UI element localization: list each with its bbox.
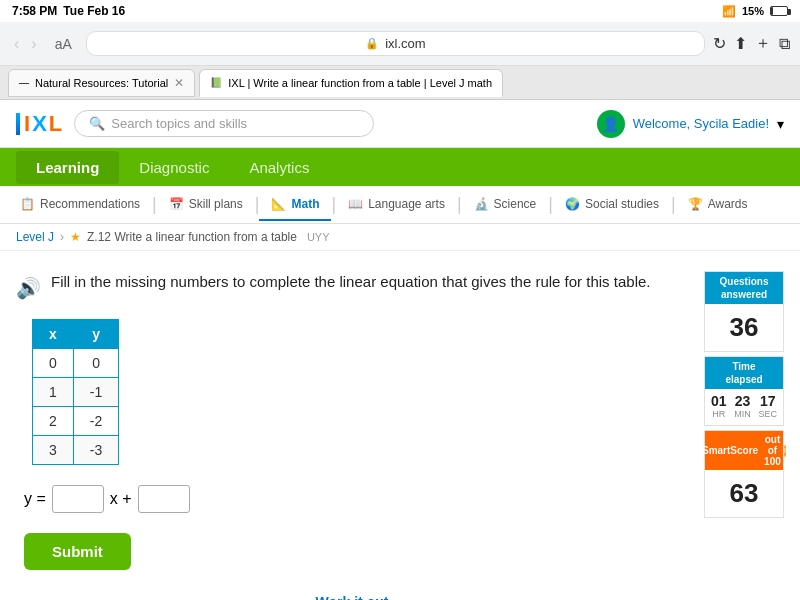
tab-natural-resources[interactable]: — Natural Resources: Tutorial ✕ (8, 69, 195, 97)
search-icon: 🔍 (89, 116, 105, 131)
reader-mode-button[interactable]: aA (49, 34, 78, 54)
smart-score-label: SmartScore out of 100 i (705, 431, 783, 470)
social-studies-icon: 🌍 (565, 197, 580, 211)
forward-button[interactable]: › (27, 33, 40, 55)
cell-x-1: 1 (33, 378, 74, 407)
equation-input-1[interactable] (52, 485, 104, 513)
status-bar: 7:58 PM Tue Feb 16 📶 15% (0, 0, 800, 22)
awards-icon: 🏆 (688, 197, 703, 211)
status-time: 7:58 PM (12, 4, 57, 18)
cell-y-0: 0 (73, 349, 118, 378)
recommendations-icon: 📋 (20, 197, 35, 211)
time-minutes: 23 MIN (734, 393, 751, 419)
green-nav: Learning Diagnostic Analytics (0, 148, 800, 186)
equation-input-2[interactable] (138, 485, 190, 513)
lock-icon: 🔒 (365, 37, 379, 50)
table-row: 3 -3 (33, 436, 119, 465)
new-tab-button[interactable]: ＋ (755, 33, 771, 54)
submit-button[interactable]: Submit (24, 533, 131, 570)
secondary-nav: 📋 Recommendations | 📅 Skill plans | 📐 Ma… (0, 186, 800, 224)
table-header-x: x (33, 320, 74, 349)
tab-favicon-1: — (19, 77, 29, 88)
sec-nav-science[interactable]: 🔬 Science (462, 189, 549, 221)
question-text: 🔊 Fill in the missing numbers to complet… (16, 271, 688, 303)
tab-label-1: Natural Resources: Tutorial (35, 77, 168, 89)
math-icon: 📐 (271, 197, 286, 211)
address-bar[interactable]: 🔒 ixl.com (86, 31, 705, 56)
user-greeting[interactable]: Welcome, Sycila Eadie! (633, 116, 769, 131)
search-placeholder: Search topics and skills (111, 116, 247, 131)
cell-y-1: -1 (73, 378, 118, 407)
table-row: 1 -1 (33, 378, 119, 407)
avatar-icon: 👤 (602, 116, 619, 132)
ixl-logo[interactable]: I X L (16, 111, 62, 137)
stats-sidebar: Questions answered 36 Time elapsed 01 HR… (704, 271, 784, 600)
browser-nav: ‹ › (10, 33, 41, 55)
nav-item-analytics[interactable]: Analytics (229, 151, 329, 184)
sec-nav-social-studies[interactable]: 🌍 Social studies (553, 189, 671, 221)
tab-favicon-2: 📗 (210, 77, 222, 88)
cell-y-3: -3 (73, 436, 118, 465)
data-table: x y 0 0 1 -1 2 -2 3 -3 (32, 319, 119, 465)
tabs-bar: — Natural Resources: Tutorial ✕ 📗 IXL | … (0, 66, 800, 100)
question-area: 🔊 Fill in the missing numbers to complet… (16, 271, 688, 600)
browser-bar: ‹ › aA 🔒 ixl.com ↻ ⬆ ＋ ⧉ (0, 22, 800, 66)
nav-item-diagnostic[interactable]: Diagnostic (119, 151, 229, 184)
smart-score-box: SmartScore out of 100 i 63 (704, 430, 784, 518)
ixl-header: I X L 🔍 Search topics and skills 👤 Welco… (0, 100, 800, 148)
table-row: 0 0 (33, 349, 119, 378)
sec-nav-language-arts[interactable]: 📖 Language arts (336, 189, 457, 221)
breadcrumb-level[interactable]: Level J (16, 230, 54, 244)
nav-item-learning[interactable]: Learning (16, 151, 119, 184)
sec-nav-skill-plans[interactable]: 📅 Skill plans (157, 189, 255, 221)
back-button[interactable]: ‹ (10, 33, 23, 55)
smart-score-value: 63 (705, 470, 783, 517)
battery-percent: 15% (742, 5, 764, 17)
star-icon: ★ (70, 230, 81, 244)
audio-button[interactable]: 🔊 (16, 273, 41, 303)
main-content: 🔊 Fill in the missing numbers to complet… (0, 251, 800, 600)
work-it-out-link[interactable]: Work it out (16, 594, 688, 600)
equation-prefix: y = (24, 490, 46, 508)
breadcrumb-sep: › (60, 230, 64, 244)
tab-close-1[interactable]: ✕ (174, 76, 184, 90)
refresh-button[interactable]: ↻ (713, 34, 726, 53)
logo-letter-i: I (24, 111, 30, 137)
time-elapsed-box: Time elapsed 01 HR 23 MIN 17 SEC (704, 356, 784, 426)
url-text: ixl.com (385, 36, 425, 51)
sec-nav-recommendations[interactable]: 📋 Recommendations (8, 189, 152, 221)
time-seconds: 17 SEC (759, 393, 778, 419)
language-arts-icon: 📖 (348, 197, 363, 211)
info-icon[interactable]: i (784, 445, 786, 457)
dropdown-icon[interactable]: ▾ (777, 116, 784, 132)
time-hours: 01 HR (711, 393, 727, 419)
status-date: Tue Feb 16 (63, 4, 125, 18)
breadcrumb: Level J › ★ Z.12 Write a linear function… (0, 224, 800, 251)
questions-answered-label: Questions answered (705, 272, 783, 304)
time-display: 01 HR 23 MIN 17 SEC (705, 389, 783, 425)
wifi-icon: 📶 (722, 5, 736, 18)
science-icon: 🔬 (474, 197, 489, 211)
skill-plans-icon: 📅 (169, 197, 184, 211)
user-avatar: 👤 (597, 110, 625, 138)
share-button[interactable]: ⬆ (734, 34, 747, 53)
breadcrumb-skill: Z.12 Write a linear function from a tabl… (87, 230, 297, 244)
logo-letter-l: L (49, 111, 62, 137)
browser-actions: ↻ ⬆ ＋ ⧉ (713, 33, 790, 54)
search-box[interactable]: 🔍 Search topics and skills (74, 110, 374, 137)
tab-ixl-math[interactable]: 📗 IXL | Write a linear function from a t… (199, 69, 503, 97)
cell-x-3: 3 (33, 436, 74, 465)
logo-letter-x: X (32, 111, 47, 137)
cell-x-0: 0 (33, 349, 74, 378)
cell-x-2: 2 (33, 407, 74, 436)
time-elapsed-label: Time elapsed (705, 357, 783, 389)
tabs-button[interactable]: ⧉ (779, 35, 790, 53)
table-header-y: y (73, 320, 118, 349)
sec-nav-math[interactable]: 📐 Math (259, 189, 331, 221)
tab-label-2: IXL | Write a linear function from a tab… (228, 77, 492, 89)
questions-answered-value: 36 (705, 304, 783, 351)
sec-nav-awards[interactable]: 🏆 Awards (676, 189, 760, 221)
questions-answered-box: Questions answered 36 (704, 271, 784, 352)
equation-x-label: x + (110, 490, 132, 508)
table-row: 2 -2 (33, 407, 119, 436)
